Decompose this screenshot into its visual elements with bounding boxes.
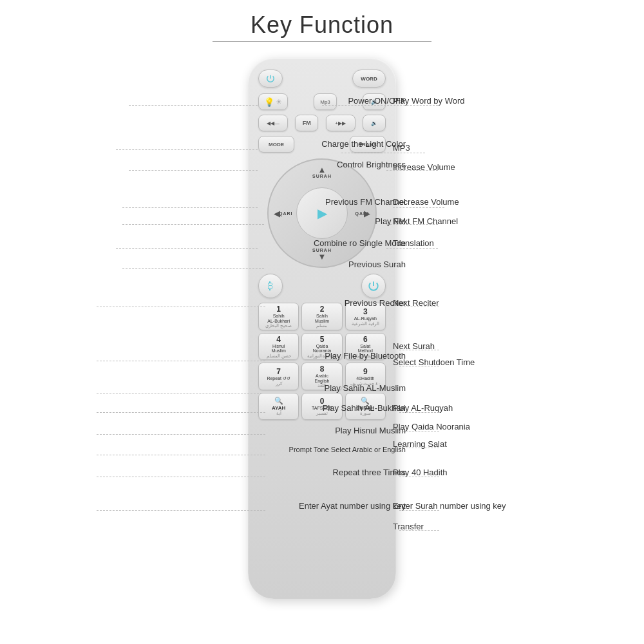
translation-label: Translation bbox=[393, 238, 638, 248]
control-brightness-label: Control Brightness bbox=[6, 160, 406, 169]
conn-muslim bbox=[97, 393, 265, 393]
play-bluetooth-label: Play File by Bluetooth bbox=[6, 351, 406, 361]
fm-prev-button[interactable]: ◀◀— bbox=[258, 115, 288, 131]
power-onoff-label: Power ON/OFF bbox=[6, 96, 406, 106]
play-sahih-muslim-label: Play Sahih AL-Muslim bbox=[6, 383, 406, 393]
volume-down-button[interactable]: 🔉 bbox=[363, 115, 386, 131]
row-bluetooth-shutdown: ₿ bbox=[258, 274, 386, 298]
nav-surah-top-label: SURAH bbox=[312, 174, 332, 178]
prompt-tone-label: Prompt Tone Select Arabic or English bbox=[6, 446, 406, 453]
numpad: 1 SahihAL-Bukhari صحيح البخاري 2 SahihMu… bbox=[258, 303, 386, 420]
combine-mode-label: Combine ro Single Mode bbox=[6, 238, 406, 248]
nav-qari-left-label: QARI bbox=[279, 211, 293, 216]
play-hisnul-label: Play Hisnul Muslim bbox=[6, 426, 406, 435]
bluetooth-button[interactable]: ₿ bbox=[258, 274, 283, 298]
navigation-circle[interactable]: SURAH SURAH QARI QARI ▲ ▼ ◀ ▶ ▶ bbox=[267, 158, 377, 268]
fm-label: FM bbox=[303, 120, 311, 126]
play-word-label: Play Word by Word bbox=[393, 96, 638, 106]
prev-reciter-label: Previous Reciter bbox=[6, 298, 406, 308]
enter-surah-label: Enter Surah number using key bbox=[393, 501, 638, 511]
conn-bt bbox=[97, 361, 265, 361]
enter-ayat-label: Enter Ayat number using key bbox=[6, 501, 406, 511]
decrease-volume-label: Decrease Volume bbox=[393, 197, 638, 207]
nav-play-button[interactable]: ▶ bbox=[296, 187, 348, 239]
power-off-icon bbox=[368, 280, 379, 292]
page-title: Key Function bbox=[0, 0, 644, 39]
prev-surah-label: Previous Surah bbox=[6, 260, 406, 269]
nav-outer-ring: SURAH SURAH QARI QARI ▲ ▼ ◀ ▶ ▶ bbox=[267, 158, 377, 268]
repeat-three-label: Repeat three Times bbox=[6, 468, 406, 477]
play-al-ruqyah-label: Play AL-Ruqyah bbox=[393, 403, 638, 413]
next-surah-label: Next Surah bbox=[393, 341, 638, 351]
play-fm-label: Play FM bbox=[6, 216, 406, 226]
title-divider bbox=[213, 41, 431, 42]
word-button[interactable]: WORD bbox=[352, 70, 386, 88]
charge-light-label: Charge the Light Color bbox=[6, 139, 406, 149]
conn-mode bbox=[116, 248, 258, 249]
bluetooth-icon: ₿ bbox=[268, 280, 273, 292]
next-reciter-label: Next Reciter bbox=[393, 298, 638, 308]
fm-label-button[interactable]: FM bbox=[295, 115, 318, 131]
conn-brightness bbox=[129, 170, 258, 171]
conn-charge bbox=[116, 149, 258, 150]
fm-next-button[interactable]: +▶▶ bbox=[326, 115, 355, 131]
conn-fmprev bbox=[122, 207, 258, 208]
fm-next-icon: +▶▶ bbox=[335, 120, 346, 126]
power-button[interactable] bbox=[258, 70, 283, 88]
shutdown-button[interactable] bbox=[361, 274, 386, 298]
mp3-right-label: MP3 bbox=[393, 143, 638, 153]
learning-salat-label: Learning Salat bbox=[393, 439, 638, 449]
play-sahih-bukhari-label: Play Sahih AL-Bukhari bbox=[6, 403, 406, 413]
prev-fm-label: Previous FM Channel bbox=[6, 197, 406, 207]
conn-voldn bbox=[393, 207, 444, 208]
play-qaida-label: Play Qaida Noorania bbox=[393, 422, 638, 431]
row-fm: ◀◀— FM +▶▶ 🔉 bbox=[258, 115, 386, 131]
conn-prompt bbox=[97, 455, 265, 455]
transfer-label: Transfer bbox=[393, 522, 638, 531]
select-shutdown-label: Select Shutdoen Time bbox=[393, 357, 638, 367]
vol-dn-icon: 🔉 bbox=[371, 120, 377, 126]
fm-prev-icon: ◀◀— bbox=[267, 120, 279, 126]
play-40hadith-label: Play 40 Hadith bbox=[393, 468, 638, 477]
increase-volume-label: Increase Volume bbox=[393, 162, 638, 172]
next-fm-label: Next FM Channel bbox=[393, 216, 638, 226]
row-power-word: WORD bbox=[258, 70, 386, 88]
